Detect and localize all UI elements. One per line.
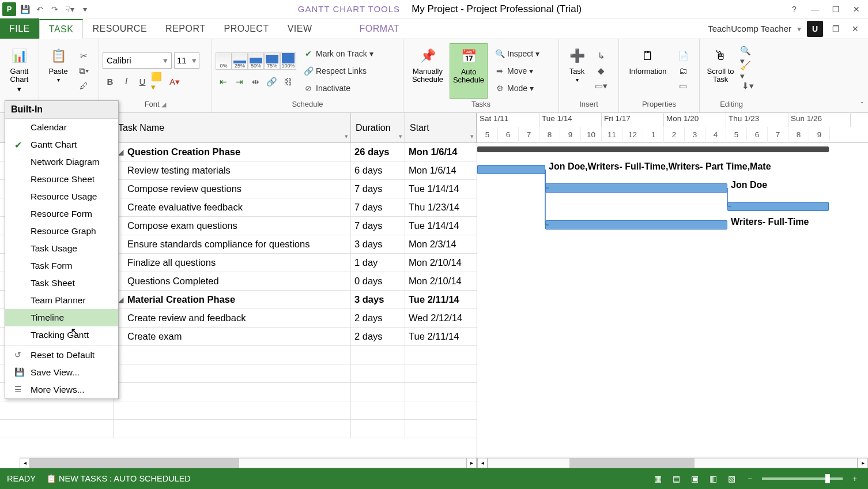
collapse-icon[interactable]: ◢ bbox=[118, 148, 126, 156]
italic-button[interactable]: I bbox=[119, 74, 134, 89]
cell-task-name[interactable]: Questions Completed bbox=[114, 272, 351, 290]
cell-task-name[interactable]: Create review and feedback bbox=[114, 309, 351, 327]
cell-start[interactable]: Tue 1/14/14 bbox=[405, 217, 477, 235]
cell-start[interactable]: Mon 1/6/14 bbox=[405, 161, 477, 179]
cell-task-name[interactable]: Ensure standards compliance for question… bbox=[114, 235, 351, 253]
milestone-icon[interactable]: ◆ bbox=[594, 63, 609, 78]
cell-task-name[interactable]: Compose review questions bbox=[114, 180, 351, 198]
cell-task-name[interactable]: Compose exam questions bbox=[114, 217, 351, 235]
gantt-bar[interactable] bbox=[477, 165, 545, 174]
tab-resource[interactable]: RESOURCE bbox=[83, 18, 156, 39]
help-icon[interactable]: ? bbox=[786, 2, 802, 16]
view-option[interactable]: Network Diagram bbox=[5, 153, 118, 171]
gantt-scroll-left[interactable]: ◂ bbox=[477, 458, 488, 468]
undo-icon[interactable]: ↶ bbox=[33, 3, 46, 16]
cell-duration[interactable]: 3 days bbox=[351, 235, 405, 253]
font-size-select[interactable]: 11▾ bbox=[174, 52, 199, 69]
user-avatar[interactable]: U bbox=[807, 21, 823, 37]
view-option[interactable]: Timeline bbox=[5, 309, 118, 326]
tab-task[interactable]: TASK bbox=[39, 19, 84, 39]
view-gantt-icon[interactable]: ▦ bbox=[651, 472, 664, 485]
fill-icon[interactable]: ⬇▾ bbox=[740, 78, 755, 93]
auto-schedule-button[interactable]: 📅 Auto Schedule bbox=[450, 43, 488, 99]
view-option[interactable]: Resource Sheet bbox=[5, 171, 118, 188]
mode-button[interactable]: ⚙Mode ▾ bbox=[492, 80, 542, 97]
cell-task-name[interactable]: Create exam bbox=[114, 328, 351, 345]
cell-task-name[interactable]: ◢Material Creation Phase bbox=[114, 291, 351, 309]
cell-start[interactable]: Tue 2/11/14 bbox=[405, 328, 477, 345]
zoom-slider[interactable] bbox=[762, 477, 843, 480]
view-option[interactable]: ✔Gantt Chart bbox=[5, 136, 118, 153]
table-row[interactable] bbox=[0, 420, 477, 438]
tab-format[interactable]: FORMAT bbox=[350, 18, 409, 39]
percent-complete-buttons[interactable]: 0% 25% 50% 75% 100% bbox=[216, 52, 296, 70]
minimize-icon[interactable]: — bbox=[807, 2, 823, 16]
sheet-scroll-left[interactable]: ◂ bbox=[20, 458, 30, 468]
tab-report[interactable]: REPORT bbox=[156, 18, 214, 39]
cell-duration[interactable]: 7 days bbox=[351, 180, 405, 198]
view-option[interactable]: Resource Usage bbox=[5, 188, 118, 205]
inactivate-button[interactable]: ⊘Inactivate bbox=[301, 80, 376, 97]
view-usage-icon[interactable]: ▤ bbox=[670, 472, 682, 485]
indent-icon[interactable]: ⇥ bbox=[232, 74, 247, 89]
cell-task-name[interactable]: Review testing materials bbox=[114, 161, 351, 179]
cell-task-name[interactable]: Create evaluative feedback bbox=[114, 198, 351, 216]
cell-start[interactable]: Wed 2/12/14 bbox=[405, 309, 477, 327]
task-insert-button[interactable]: ➕ Task▾ bbox=[563, 43, 591, 99]
view-option[interactable]: Task Sheet bbox=[5, 274, 118, 292]
format-painter-icon[interactable]: 🖊 bbox=[76, 78, 91, 93]
col-start[interactable]: Start▾ bbox=[405, 113, 477, 142]
cell-task-name[interactable]: ◢Question Creation Phase bbox=[114, 143, 351, 161]
view-sheet-icon[interactable]: ▥ bbox=[707, 472, 719, 485]
cell-duration[interactable]: 1 day bbox=[351, 254, 405, 272]
paste-button[interactable]: 📋 Paste▾ bbox=[43, 43, 74, 99]
font-name-select[interactable]: Calibri▾ bbox=[103, 52, 172, 69]
cell-duration[interactable]: 7 days bbox=[351, 198, 405, 216]
save-view[interactable]: 💾Save View... bbox=[5, 364, 118, 381]
cell-duration[interactable]: 0 days bbox=[351, 272, 405, 290]
ribbon-close-icon[interactable]: ✕ bbox=[848, 22, 862, 36]
link-icon[interactable]: 🔗 bbox=[264, 74, 279, 89]
col-task-name[interactable]: Task Name▾ bbox=[114, 113, 351, 142]
inspect-button[interactable]: 🔍Inspect ▾ bbox=[492, 45, 542, 62]
notes-icon[interactable]: 📄 bbox=[675, 48, 690, 63]
save-icon[interactable]: 💾 bbox=[18, 3, 31, 16]
view-option[interactable]: Tracking Gantt bbox=[5, 326, 118, 344]
split-icon[interactable]: ⇹ bbox=[248, 74, 263, 89]
col-duration[interactable]: Duration▾ bbox=[351, 113, 405, 142]
gantt-bar[interactable] bbox=[727, 202, 829, 211]
sheet-scroll-track[interactable] bbox=[30, 458, 466, 468]
view-option[interactable]: Task Usage bbox=[5, 240, 118, 257]
sheet-scroll-right[interactable]: ▸ bbox=[466, 458, 477, 468]
qat-customize-icon[interactable]: ▾ bbox=[78, 3, 91, 16]
clear-icon[interactable]: 🧹▾ bbox=[740, 63, 755, 78]
gantt-scroll-track[interactable] bbox=[488, 458, 858, 468]
cell-start[interactable]: Mon 2/10/14 bbox=[405, 272, 477, 290]
move-button[interactable]: ➡Move ▾ bbox=[492, 62, 542, 80]
cell-start[interactable]: Tue 1/14/14 bbox=[405, 180, 477, 198]
close-icon[interactable]: ✕ bbox=[848, 2, 865, 16]
tab-project[interactable]: PROJECT bbox=[214, 18, 278, 39]
information-button[interactable]: 🗒 Information bbox=[622, 43, 673, 99]
collapse-ribbon-icon[interactable]: ˆ bbox=[861, 101, 863, 110]
redo-icon[interactable]: ↷ bbox=[48, 3, 61, 16]
tab-view[interactable]: VIEW bbox=[278, 18, 322, 39]
cell-duration[interactable]: 7 days bbox=[351, 217, 405, 235]
view-team-icon[interactable]: ▣ bbox=[688, 472, 701, 485]
zoom-in-icon[interactable]: + bbox=[848, 472, 861, 485]
scroll-to-task-button[interactable]: 🖱 Scroll to Task bbox=[703, 43, 738, 99]
gantt-scroll-right[interactable]: ▸ bbox=[858, 458, 868, 468]
cell-duration[interactable]: 3 days bbox=[351, 291, 405, 309]
font-color-button[interactable]: A▾ bbox=[167, 74, 182, 89]
gantt-bar[interactable] bbox=[545, 220, 727, 230]
deliverable-icon[interactable]: ▭▾ bbox=[594, 78, 609, 93]
outdent-icon[interactable]: ⇤ bbox=[216, 74, 231, 89]
fill-color-button[interactable]: 🟨▾ bbox=[151, 74, 166, 89]
ribbon-restore-icon[interactable]: ❐ bbox=[829, 22, 843, 36]
timeline-toggle-icon[interactable]: ▭ bbox=[675, 78, 690, 93]
view-option[interactable]: Team Planner bbox=[5, 292, 118, 309]
summary-icon[interactable]: ↳ bbox=[594, 48, 609, 63]
bold-button[interactable]: B bbox=[103, 74, 118, 89]
cell-duration[interactable]: 2 days bbox=[351, 309, 405, 327]
view-option[interactable]: Resource Form bbox=[5, 205, 118, 223]
